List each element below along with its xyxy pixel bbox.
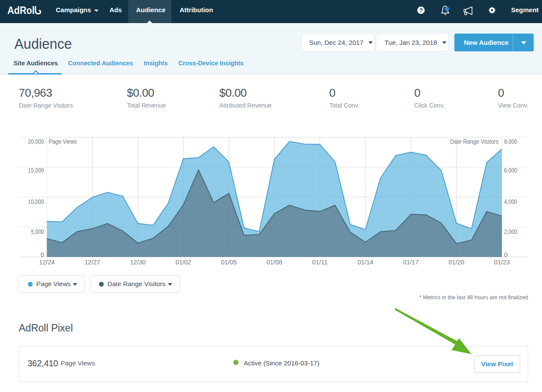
svg-text:8,000: 8,000 [504, 138, 517, 145]
svg-text:4,000: 4,000 [504, 198, 517, 205]
svg-text:01/11: 01/11 [312, 258, 328, 266]
svg-text:6,000: 6,000 [504, 167, 517, 174]
svg-text:01/08: 01/08 [266, 258, 282, 266]
svg-text:01/20: 01/20 [449, 258, 464, 266]
svg-text:15,000: 15,000 [28, 167, 44, 174]
svg-text:01/23: 01/23 [494, 258, 510, 266]
svg-text:12/24: 12/24 [39, 258, 55, 266]
svg-text:0: 0 [41, 251, 44, 258]
svg-text:12/30: 12/30 [130, 258, 146, 266]
svg-text:01/17: 01/17 [403, 258, 419, 266]
svg-text:2,000: 2,000 [504, 228, 517, 235]
svg-text:10,000: 10,000 [28, 198, 44, 205]
svg-text:5,000: 5,000 [31, 228, 44, 235]
svg-text:20,000: 20,000 [28, 138, 44, 145]
svg-text:01/14: 01/14 [358, 258, 373, 266]
svg-text:0: 0 [504, 251, 508, 258]
svg-text:12/27: 12/27 [85, 258, 100, 266]
svg-text:Page Views: Page Views [49, 138, 77, 145]
svg-text:01/02: 01/02 [176, 258, 191, 266]
svg-text:01/05: 01/05 [221, 258, 237, 266]
svg-text:Date Range Visitors: Date Range Visitors [450, 138, 498, 145]
